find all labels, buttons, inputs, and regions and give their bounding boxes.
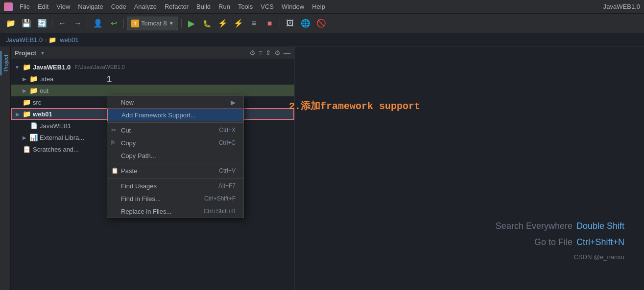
copy-icon: ⎘ [111, 139, 115, 146]
panel-settings-icon[interactable]: ⚙ [274, 49, 281, 57]
ctx-cut-shortcut: Ctrl+X [219, 127, 236, 134]
ctx-new-arrow: ▶ [231, 99, 236, 106]
ctx-copy-shortcut: Ctrl+C [219, 139, 236, 146]
stop-button[interactable]: ■ [263, 17, 277, 30]
toolbar-revert-btn[interactable]: ↩ [107, 17, 120, 30]
scratches-label: Scratches and... [33, 146, 79, 153]
annotation-framework-support: 2.添加framework support [289, 99, 420, 112]
menu-code[interactable]: Code [107, 2, 130, 11]
toolbar: 📁 💾 🔄 ← → 👤 ↩ T Tomcat 8 ▼ ▶ 🐛 ⚡ ⚡ ≡ ■ 🖼… [0, 14, 644, 33]
tomcat-config-btn[interactable]: T Tomcat 8 ▼ [127, 17, 178, 30]
toolbar-forward-btn[interactable]: → [71, 17, 85, 30]
menu-tools[interactable]: Tools [234, 2, 257, 11]
paste-icon: 📋 [111, 167, 119, 174]
goto-hint-label: Go to File [534, 237, 572, 247]
globe-btn[interactable]: 🌐 [299, 17, 312, 30]
panel-expand-icon[interactable]: ⇕ [265, 49, 271, 57]
ctx-replace-files-shortcut: Ctrl+Shift+R [204, 208, 236, 215]
tree-out[interactable]: ▶ 📁 out [11, 85, 294, 96]
src-folder-icon: 📁 [23, 98, 31, 106]
ctx-new-label: New [121, 99, 134, 106]
panel-gear-icon[interactable]: ⚙ [249, 49, 256, 57]
profile-button[interactable]: ⚡ [232, 17, 245, 30]
root-path: F:\Java\JavaWEB1.0 [74, 64, 125, 70]
debug-button[interactable]: 🐛 [200, 17, 214, 30]
menu-edit[interactable]: Edit [34, 2, 52, 11]
ctx-cut[interactable]: ✂ Cut Ctrl+X [107, 124, 243, 136]
context-menu: New ▶ Add Framework Support... ✂ Cut Ctr… [107, 95, 244, 218]
toolbar-sep-5 [280, 19, 280, 28]
ext-lib-label: External Libra... [40, 134, 84, 141]
main-layout: Project Project ▼ ⚙ ≡ ⇕ ⚙ — ▼ 📁 JavaWEB1… [0, 47, 644, 290]
ctx-find-usages-label: Find Usages [121, 182, 157, 190]
toolbar-save-btn[interactable]: 💾 [20, 17, 33, 30]
idea-label: .idea [40, 75, 53, 83]
root-label: JavaWEB1.0 [33, 64, 71, 71]
src-label: src [33, 99, 41, 106]
toolbar-open-btn[interactable]: 📁 [4, 17, 18, 30]
menu-build[interactable]: Build [192, 2, 215, 11]
breadcrumb-project[interactable]: JavaWEB1.0 [6, 36, 43, 44]
tree-root[interactable]: ▼ 📁 JavaWEB1.0 F:\Java\JavaWEB1.0 [11, 61, 294, 73]
ctx-paste-shortcut: Ctrl+V [219, 167, 236, 174]
tomcat-dropdown-icon: ▼ [169, 21, 174, 26]
breadcrumb-folder[interactable]: web01 [60, 36, 78, 44]
panel-dropdown-icon[interactable]: ▼ [40, 50, 45, 56]
toolbar-back-btn[interactable]: ← [55, 17, 69, 30]
menu-help[interactable]: Help [308, 2, 329, 11]
app-logo [4, 2, 13, 11]
image-btn[interactable]: 🖼 [283, 17, 297, 30]
menu-refactor[interactable]: Refactor [161, 2, 192, 11]
menu-vcs[interactable]: VCS [257, 2, 278, 11]
menu-run[interactable]: Run [215, 2, 234, 11]
menu-navigate[interactable]: Navigate [74, 2, 107, 11]
ctx-sep-1 [107, 122, 243, 123]
csdn-text: CSDN @e_nanxu [573, 253, 624, 261]
tree-idea[interactable]: ▶ 📁 .idea [11, 73, 294, 85]
web01-arrow: ▶ [16, 112, 20, 117]
tomcat-label: Tomcat 8 [141, 20, 167, 27]
panel-header: Project ▼ ⚙ ≡ ⇕ ⚙ — [11, 47, 294, 59]
ctx-find-files[interactable]: Find in Files... Ctrl+Shift+F [107, 192, 243, 205]
panel-title: Project [15, 49, 36, 57]
ctx-paste[interactable]: 📋 Paste Ctrl+V [107, 164, 243, 177]
ctx-copy[interactable]: ⎘ Copy Ctrl+C [107, 136, 243, 149]
out-label: out [40, 87, 48, 94]
no-entry-btn[interactable]: 🚫 [314, 17, 328, 30]
ctx-sep-3 [107, 178, 243, 178]
ext-arrow: ▶ [23, 135, 26, 140]
ctx-find-usages[interactable]: Find Usages Alt+F7 [107, 179, 243, 192]
ctx-replace-files-label: Replace in Files... [121, 208, 171, 215]
ctx-find-usages-shortcut: Alt+F7 [218, 182, 236, 189]
panel-minimize-icon[interactable]: — [284, 49, 290, 57]
idea-arrow: ▶ [23, 76, 26, 82]
breadcrumb-sep: › [45, 37, 47, 44]
breadcrumb-folder-icon: 📁 [48, 36, 56, 44]
coverage-button[interactable]: ⚡ [216, 17, 230, 30]
panel-collapse-icon[interactable]: ≡ [259, 49, 262, 57]
run-button[interactable]: ▶ [185, 17, 198, 30]
goto-hint-shortcut: Ctrl+Shift+N [576, 237, 624, 247]
out-folder-icon: 📁 [29, 87, 38, 94]
toolbar-sync-btn[interactable]: 🔄 [35, 17, 49, 30]
ctx-add-framework[interactable]: Add Framework Support... [107, 109, 243, 121]
ctx-new[interactable]: New ▶ [107, 96, 243, 109]
toolbar-sep-4 [181, 19, 182, 28]
out-arrow: ▶ [23, 88, 26, 93]
menu-analyze[interactable]: Analyze [130, 2, 161, 11]
search-hint-label: Search Everywhere [496, 221, 572, 231]
menu-file[interactable]: File [16, 2, 34, 11]
toolbar-vcs-btn[interactable]: 👤 [91, 17, 105, 30]
menu-view[interactable]: View [52, 2, 74, 11]
side-tab-project[interactable]: Project [0, 51, 10, 75]
ctx-copy-label: Copy [121, 139, 136, 147]
ctx-copy-path[interactable]: Copy Path... [107, 149, 243, 162]
tomcat-icon: T [131, 20, 139, 27]
ctx-find-files-label: Find in Files... [121, 195, 161, 202]
cut-icon: ✂ [111, 127, 116, 134]
javaweb1-label: JavaWEB1 [40, 122, 71, 130]
ctx-replace-files[interactable]: Replace in Files... Ctrl+Shift+R [107, 205, 243, 218]
menu-window[interactable]: Window [278, 2, 308, 11]
toolbar-more-btn[interactable]: ≡ [247, 17, 261, 30]
hint-area: Search Everywhere Double Shift Go to Fil… [496, 221, 624, 261]
